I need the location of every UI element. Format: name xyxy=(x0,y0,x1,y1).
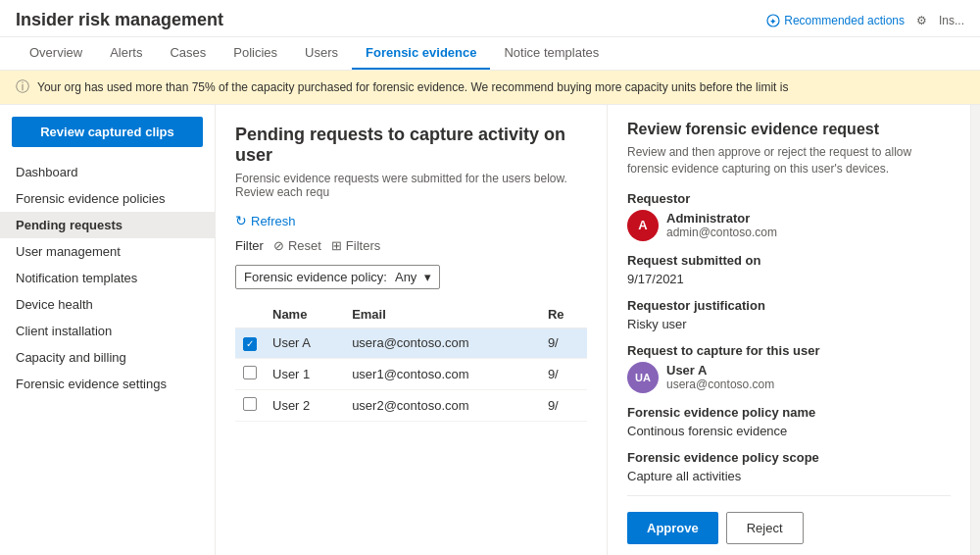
justification-label: Requestor justification xyxy=(627,298,951,313)
header-insider-label: Ins... xyxy=(939,14,964,27)
row-checkbox[interactable] xyxy=(243,397,257,411)
table-row[interactable]: User 2 user2@contoso.com 9/ xyxy=(235,389,587,421)
row-name: User A xyxy=(265,328,344,359)
capture-user-info: User A usera@contoso.com xyxy=(666,363,774,391)
submitted-section: Request submitted on 9/17/2021 xyxy=(627,253,951,286)
justification-value: Risky user xyxy=(627,317,951,331)
requestor-label: Requestor xyxy=(627,191,951,206)
capture-user-email: usera@contoso.com xyxy=(666,378,774,391)
tab-users[interactable]: Users xyxy=(291,37,352,70)
sidebar-item-device-health[interactable]: Device health xyxy=(0,291,215,318)
review-panel: Review forensic evidence request Review … xyxy=(608,105,970,555)
center-panel: Pending requests to capture activity on … xyxy=(216,105,608,555)
reset-icon: ⊘ xyxy=(273,238,284,253)
policy-scope-label: Forensic evidence policy scope xyxy=(627,450,951,465)
lightbulb-icon: ✦ xyxy=(766,14,780,27)
alert-message: Your org has used more than 75% of the c… xyxy=(37,80,788,94)
svg-text:✦: ✦ xyxy=(769,17,777,26)
capture-person-row: UA User A usera@contoso.com xyxy=(627,362,951,393)
reset-button[interactable]: ⊘ Reset xyxy=(273,238,321,253)
requestor-email: admin@contoso.com xyxy=(666,226,777,239)
col-date: Re xyxy=(540,301,587,328)
top-header: Insider risk management ✦ Recommended ac… xyxy=(0,0,980,37)
justification-section: Requestor justification Risky user xyxy=(627,298,951,331)
sidebar-item-forensic-evidence-policies[interactable]: Forensic evidence policies xyxy=(0,185,215,212)
capture-label: Request to capture for this user xyxy=(627,343,951,358)
panel-title: Pending requests to capture activity on … xyxy=(235,125,587,166)
review-captured-clips-button[interactable]: Review captured clips xyxy=(12,117,203,147)
sidebar-item-capacity-and-billing[interactable]: Capacity and billing xyxy=(0,344,215,371)
approve-button[interactable]: Approve xyxy=(627,512,718,544)
review-title: Review forensic evidence request xyxy=(627,121,951,138)
filter-row: Filter ⊘ Reset ⊞ Filters xyxy=(235,238,587,253)
policy-scope-section: Forensic evidence policy scope Capture a… xyxy=(627,450,951,483)
row-checkbox[interactable]: ✓ xyxy=(243,337,257,351)
sidebar-item-notification-templates[interactable]: Notification templates xyxy=(0,265,215,291)
row-name: User 1 xyxy=(265,358,344,389)
requestor-info: Administrator admin@contoso.com xyxy=(666,211,777,239)
sidebar-item-pending-requests[interactable]: Pending requests xyxy=(0,212,215,238)
capture-user-section: Request to capture for this user UA User… xyxy=(627,343,951,393)
table-row[interactable]: ✓ User A usera@contoso.com 9/ xyxy=(235,328,587,359)
review-subtitle: Review and then approve or reject the re… xyxy=(627,144,951,177)
header-left: Insider risk management xyxy=(16,10,223,30)
submitted-date: 9/17/2021 xyxy=(627,272,951,286)
toolbar: ↻ Refresh xyxy=(235,213,587,228)
refresh-icon: ↻ xyxy=(235,213,247,228)
avatar: A xyxy=(627,210,659,241)
filter-label: Filter xyxy=(235,238,264,253)
review-actions: Approve Reject xyxy=(627,495,951,544)
requestor-name: Administrator xyxy=(666,211,777,226)
row-email: user1@contoso.com xyxy=(344,358,540,389)
sidebar-item-forensic-evidence-settings[interactable]: Forensic evidence settings xyxy=(0,371,215,397)
panel-subtitle: Forensic evidence requests were submitte… xyxy=(235,172,587,199)
capture-user-name: User A xyxy=(666,363,774,378)
tab-alerts[interactable]: Alerts xyxy=(96,37,156,70)
policy-name-section: Forensic evidence policy name Continous … xyxy=(627,405,951,438)
sidebar-item-user-management[interactable]: User management xyxy=(0,238,215,265)
row-date: 9/ xyxy=(540,389,587,421)
filter-icon: ⊞ xyxy=(331,238,342,253)
col-checkbox xyxy=(235,301,265,328)
row-date: 9/ xyxy=(540,328,587,359)
alert-banner: ⓘ Your org has used more than 75% of the… xyxy=(0,71,980,105)
col-name: Name xyxy=(265,301,344,328)
settings-icon[interactable]: ⚙ xyxy=(916,14,927,27)
policy-name-value: Continous forensic evidence xyxy=(627,424,951,438)
row-date: 9/ xyxy=(540,358,587,389)
table-row[interactable]: User 1 user1@contoso.com 9/ xyxy=(235,358,587,389)
submitted-label: Request submitted on xyxy=(627,253,951,268)
header-right: ✦ Recommended actions ⚙ Ins... xyxy=(766,14,964,27)
app-title: Insider risk management xyxy=(16,10,223,30)
avatar: UA xyxy=(627,362,659,393)
requests-table: Name Email Re ✓ User A usera@contoso.com… xyxy=(235,301,587,422)
recommended-actions-button[interactable]: ✦ Recommended actions xyxy=(766,14,905,27)
policy-name-label: Forensic evidence policy name xyxy=(627,405,951,420)
requestor-section: Requestor A Administrator admin@contoso.… xyxy=(627,191,951,241)
policy-dropdown-label: Forensic evidence policy: xyxy=(244,270,387,284)
requestor-person-row: A Administrator admin@contoso.com xyxy=(627,210,951,241)
tab-policies[interactable]: Policies xyxy=(220,37,291,70)
sidebar: Review captured clips Dashboard Forensic… xyxy=(0,105,216,555)
row-email: user2@contoso.com xyxy=(344,389,540,421)
policy-filter-row: Forensic evidence policy: Any ▾ xyxy=(235,265,587,289)
tab-overview[interactable]: Overview xyxy=(16,37,96,70)
tab-forensic-evidence[interactable]: Forensic evidence xyxy=(352,37,490,70)
policy-dropdown-value: Any xyxy=(395,270,416,284)
refresh-button[interactable]: ↻ Refresh xyxy=(235,213,296,228)
row-email: usera@contoso.com xyxy=(344,328,540,359)
col-email: Email xyxy=(344,301,540,328)
policy-dropdown[interactable]: Forensic evidence policy: Any ▾ xyxy=(235,265,440,289)
sidebar-item-dashboard[interactable]: Dashboard xyxy=(0,159,215,185)
sidebar-item-client-installation[interactable]: Client installation xyxy=(0,318,215,344)
main-content: Review captured clips Dashboard Forensic… xyxy=(0,105,980,555)
tab-cases[interactable]: Cases xyxy=(156,37,220,70)
chevron-down-icon: ▾ xyxy=(424,270,431,284)
reject-button[interactable]: Reject xyxy=(726,512,804,544)
policy-scope-value: Capture all activities xyxy=(627,469,951,483)
filters-button[interactable]: ⊞ Filters xyxy=(331,238,380,253)
scrollbar[interactable] xyxy=(970,105,980,555)
row-checkbox[interactable] xyxy=(243,366,257,379)
tab-notice-templates[interactable]: Notice templates xyxy=(490,37,612,70)
row-name: User 2 xyxy=(265,389,344,421)
